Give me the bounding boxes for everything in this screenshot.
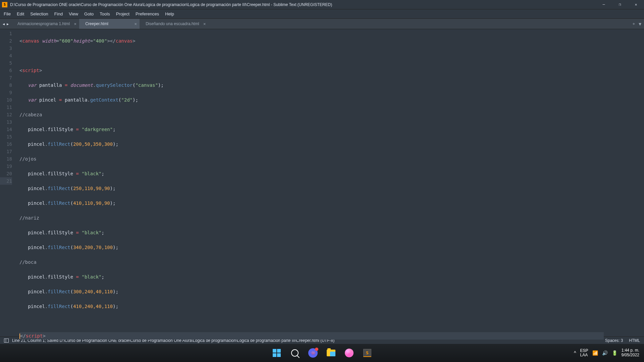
tab-label: Animacionesprograma 1.html <box>17 21 70 26</box>
discord-app-icon[interactable]: 👾 <box>306 346 320 360</box>
tab-actions: ＋ ▼ <box>629 19 644 29</box>
new-tab-icon[interactable]: ＋ <box>632 21 636 27</box>
tab-creeper[interactable]: Creeper.html × <box>79 19 140 29</box>
tab-label: Diseñando una escuadra.html <box>146 21 199 26</box>
window-title: D:\Curso de Programacion ONE oracle\Curs… <box>10 2 596 7</box>
status-syntax[interactable]: HTML <box>629 338 640 343</box>
menu-preferences[interactable]: Preferences <box>132 10 162 18</box>
panel-toggle-icon[interactable] <box>4 339 9 343</box>
minimize-button[interactable]: ─ <box>596 0 612 9</box>
code-editor[interactable]: 1234 5678 9101112 13141516 17181920 21 <… <box>0 29 644 337</box>
start-button[interactable] <box>270 346 284 360</box>
menu-find[interactable]: Find <box>51 10 66 18</box>
volume-icon[interactable]: 🔊 <box>602 350 608 356</box>
taskbar-apps: 👾 S <box>270 346 374 360</box>
wifi-icon[interactable]: 📶 <box>592 350 598 356</box>
window-controls: ─ ❐ ✕ <box>596 0 644 9</box>
windows-taskbar: 👾 S ^ ESP LAA 📶 🔊 🔋 1:44 p. m. 9/05/2022 <box>0 344 644 362</box>
code-content[interactable]: <canvas width="600"height="400"></canvas… <box>17 29 604 337</box>
menu-view[interactable]: View <box>66 10 81 18</box>
menu-selection[interactable]: Selection <box>27 10 51 18</box>
tab-label: Creeper.html <box>85 21 108 26</box>
sublime-icon: S <box>2 2 7 7</box>
battery-icon[interactable]: 🔋 <box>612 350 618 356</box>
status-spaces[interactable]: Spaces: 3 <box>605 338 623 343</box>
tab-close-icon[interactable]: × <box>203 21 206 26</box>
menu-project[interactable]: Project <box>113 10 132 18</box>
line-gutter: 1234 5678 9101112 13141516 17181920 21 <box>0 29 17 337</box>
tab-next-icon[interactable]: ▶ <box>6 21 9 26</box>
tab-escuadra[interactable]: Diseñando una escuadra.html × <box>140 19 208 29</box>
sublime-text-icon[interactable]: S <box>360 346 374 360</box>
tab-nav: ◀ ▶ <box>0 19 11 29</box>
tab-dropdown-icon[interactable]: ▼ <box>639 21 641 26</box>
menu-edit[interactable]: Edit <box>14 10 27 18</box>
tabbar: ◀ ▶ Animacionesprograma 1.html × Creeper… <box>0 18 644 29</box>
file-explorer-icon[interactable] <box>324 346 338 360</box>
tab-close-icon[interactable]: × <box>135 21 137 26</box>
firefox-icon[interactable] <box>342 346 356 360</box>
menu-help[interactable]: Help <box>162 10 177 18</box>
tab-close-icon[interactable]: × <box>74 21 77 26</box>
menu-tools[interactable]: Tools <box>97 10 113 18</box>
menubar: File Edit Selection Find View Goto Tools… <box>0 9 644 18</box>
tray-chevron-icon[interactable]: ^ <box>574 350 576 356</box>
clock[interactable]: 1:44 p. m. 9/05/2022 <box>622 348 643 358</box>
window-titlebar: S D:\Curso de Programacion ONE oracle\Cu… <box>0 0 644 9</box>
menu-file[interactable]: File <box>1 10 14 18</box>
minimap[interactable] <box>604 29 644 337</box>
language-indicator[interactable]: ESP LAA <box>580 349 588 357</box>
search-button[interactable] <box>288 346 302 360</box>
menu-goto[interactable]: Goto <box>81 10 97 18</box>
close-button[interactable]: ✕ <box>628 0 644 9</box>
editor-area: 1234 5678 9101112 13141516 17181920 21 <… <box>0 29 644 337</box>
maximize-button[interactable]: ❐ <box>612 0 628 9</box>
system-tray: ^ ESP LAA 📶 🔊 🔋 1:44 p. m. 9/05/2022 <box>574 344 643 362</box>
tab-prev-icon[interactable]: ◀ <box>2 21 5 26</box>
tab-animaciones[interactable]: Animacionesprograma 1.html × <box>11 19 79 29</box>
